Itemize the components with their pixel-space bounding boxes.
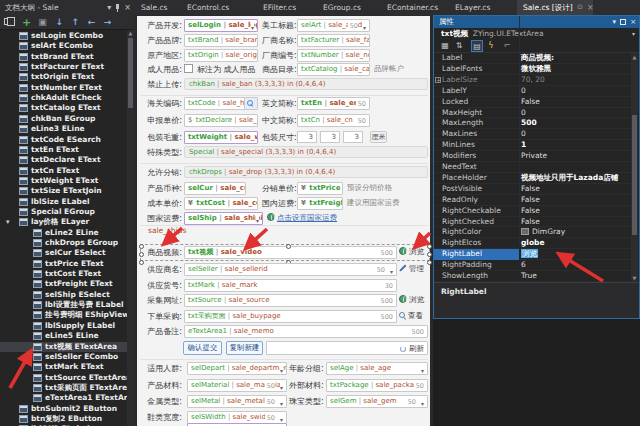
selection-handle[interactable] <box>427 260 432 265</box>
categorized-icon[interactable]: ▦ <box>439 40 451 52</box>
field-sale_swidth[interactable]: selSWidth | sale_swidth50▾ <box>187 411 287 424</box>
tab-close-icon[interactable]: × <box>587 0 594 15</box>
properties-scrollbar-thumb[interactable] <box>632 115 637 235</box>
property-row-MaxLines[interactable]: MaxLines0 <box>434 129 632 140</box>
outline-item-txtCode[interactable]: txtCode ESearch <box>0 135 127 145</box>
field-sale_hsco[interactable]: txtCode | sale_hsco <box>184 97 258 110</box>
outline-item-eLine3[interactable]: eLine3 ELine <box>0 124 127 134</box>
field-sale_artid[interactable]: selArt | sale_artid50▾ <box>297 19 370 32</box>
chevron-down-icon[interactable]: ▾ <box>632 28 635 39</box>
properties-icon[interactable]: ▤ <box>471 40 483 52</box>
outline-item-lblSupply[interactable]: lblSupply ELabel <box>0 321 127 331</box>
size-input[interactable]: 3 <box>343 131 363 143</box>
property-row-RightLabel[interactable]: RightLabel浏览 <box>434 249 632 260</box>
outline-item-lblSize[interactable]: lblSize ELabel <box>0 197 127 207</box>
property-row-RightColor[interactable]: RightColorDimGray <box>434 227 632 238</box>
outline-item-eLine2[interactable]: eLine2 ELine <box>0 228 127 238</box>
outline-item-selLogin[interactable]: selLogin ECombo <box>0 31 127 41</box>
search-button[interactable] <box>244 98 257 109</box>
outline-item-txtFacturer[interactable]: txtFacturer EText <box>0 62 127 72</box>
copy-icon[interactable] <box>4 18 10 25</box>
maximize-icon[interactable] <box>620 19 626 25</box>
property-row-NeedText[interactable]: NeedText <box>434 162 632 173</box>
outline-item-txtFreight[interactable]: txtFreight EText <box>0 279 127 289</box>
alphabetical-icon[interactable]: ⇅ <box>453 40 465 52</box>
object-selector[interactable]: txt视频 ZYing.UI.ETextArea ▾ <box>434 28 639 39</box>
chevron-down-icon[interactable]: ▾ <box>613 16 617 28</box>
outline-item-txtEn[interactable]: txtEn EText <box>0 145 127 155</box>
outline-item-btn复制2[interactable]: btn复制2 EButton <box>0 414 127 424</box>
selection-handle[interactable] <box>139 252 144 257</box>
field-sale_metal[interactable]: selMetal | sale_metal50▾ <box>187 395 287 408</box>
tab-pin-icon[interactable]: ⊙ <box>577 0 583 15</box>
property-row-RightChecked[interactable]: RightCheckedFalse <box>434 217 632 228</box>
field-sale_numb[interactable]: txtNumber | sale_numb <box>297 49 370 62</box>
field-sale_cn[interactable]: txtCn | sale_cn50 <box>297 114 370 127</box>
field-sal[interactable]: ¥ txtPrice | sal <box>297 182 343 195</box>
outline-item-chkAdult[interactable]: chkAdult ECheck <box>0 93 127 103</box>
properties-scrollbar[interactable]: ▲ ▼ <box>631 53 638 282</box>
property-row-Label[interactable]: Label商品视频: <box>434 53 632 64</box>
field-sale_cost[interactable]: ¥ txtCost | sale_cost <box>184 197 258 210</box>
adult-checkbox[interactable] <box>184 64 193 73</box>
close-icon[interactable]: × <box>124 0 131 15</box>
outline-item-txtSize[interactable]: txtSize ETextJoin <box>0 186 127 196</box>
move-down-icon[interactable]: ↓ <box>53 16 66 29</box>
property-row-LabelSize[interactable]: +LabelSize70, 20 <box>434 75 632 86</box>
outline-item-txtPrice[interactable]: txtPrice EText <box>0 259 127 269</box>
property-row-MaxLength[interactable]: MaxLength500 <box>434 118 632 129</box>
submit-button[interactable]: 确认提交 <box>183 341 222 355</box>
property-row-LabelFonts[interactable]: LabelFonts微软雅黑 <box>434 64 632 75</box>
size-input[interactable]: 3 <box>297 131 317 143</box>
frame-icon[interactable]: ▣ <box>36 16 49 29</box>
outline-item-chkDrops[interactable]: chkDrops EGroup <box>0 238 127 248</box>
field-sale_mark[interactable]: txtMark | sale_mark30 <box>184 279 397 292</box>
field-sale_decla[interactable]: $ txtDeclare | sale_decla <box>184 114 258 127</box>
field-sale_buypage[interactable]: txt采购页面 | sale_buypage500 <box>184 310 397 323</box>
property-row-PlaceHolder[interactable]: PlaceHolder视频地址只用于Lazada店铺 <box>434 173 632 184</box>
field-sale_brand[interactable]: txtBrand | sale_brand <box>184 34 258 47</box>
move-up-icon[interactable]: ↑ <box>69 16 82 29</box>
field-sale_age[interactable]: selAge | sale_age▾ <box>326 362 428 375</box>
outline-item-selSeller[interactable]: selSeller ECombo <box>0 352 127 362</box>
field-sale_factur[interactable]: txtFacturer | sale_factur <box>297 34 370 47</box>
outline-item-txtCn[interactable]: txtCn EText <box>0 166 127 176</box>
property-row-MinLines[interactable]: MinLines1 <box>434 140 632 151</box>
events-icon[interactable]: ϟ <box>485 40 497 52</box>
field-sale_en[interactable]: txtEn | sale_en50 <box>297 97 370 110</box>
outline-item-eTextArea1[interactable]: eTextArea1 ETextArea <box>0 393 127 403</box>
property-row-RightPadding[interactable]: RightPadding6 <box>434 260 632 271</box>
outline-item-txtCost[interactable]: txtCost EText <box>0 269 127 279</box>
outline-item-txtWeight[interactable]: txtWeight EText <box>0 176 127 186</box>
field-sale_package[interactable]: txtPackage | sale_package50 <box>326 379 428 392</box>
outline-scrollbar-thumb[interactable] <box>128 38 133 108</box>
scroll-up-icon[interactable]: ▲ <box>127 30 134 36</box>
refresh-button[interactable]: 刷新 <box>400 343 424 354</box>
outline-item-chkBan[interactable]: chkBan EGroup <box>0 114 127 124</box>
outline-item-selShip[interactable]: selShip ESelect <box>0 290 127 300</box>
field-sale_origin[interactable]: txtOrigin | sale_origin <box>184 49 258 62</box>
field-button-管理[interactable]: 管理 <box>399 264 424 274</box>
outline-item-txtCatalog[interactable]: txtCatalog EText <box>0 103 127 113</box>
close-icon[interactable]: × <box>630 16 636 28</box>
property-row-RightCheckable[interactable]: RightCheckableFalse <box>434 206 632 217</box>
property-row-Locked[interactable]: LockedFalse <box>434 97 632 108</box>
field-sale_gem[interactable]: selGem | sale_gem50▾ <box>326 395 428 408</box>
scroll-up-icon[interactable]: ▲ <box>631 54 638 60</box>
field-sale_cur[interactable]: selCur | sale_cur <box>184 182 246 195</box>
field-sale_catalo[interactable]: txtCatalog | sale_catalo <box>297 63 370 76</box>
property-pages-icon[interactable]: ⌐ <box>501 40 513 52</box>
outline-item-txt采购页面[interactable]: txt采购页面 ETextArea <box>0 383 127 393</box>
property-row-PostVisible[interactable]: PostVisibleFalse <box>434 184 632 195</box>
field-sale_material[interactable]: selMaterial | sale_material50▾ <box>187 379 287 392</box>
selection-handle[interactable] <box>286 244 291 249</box>
field-sale_memo[interactable]: eTextArea1 | sale_memo500 <box>184 325 428 338</box>
chevron-down-icon[interactable]: ▾ <box>107 0 111 15</box>
scroll-down-icon[interactable]: ▼ <box>631 275 638 281</box>
outline-item-selArt[interactable]: selArt ECombo <box>0 41 127 51</box>
field-button-浏览[interactable]: 浏览 <box>399 295 424 305</box>
copy-new-button[interactable]: 复制新建 <box>226 341 263 355</box>
tab-EFilter.cs[interactable]: EFilter.cs <box>263 0 296 15</box>
outline-item-lbl设置挂号费[interactable]: lbl设置挂号费 ELabel <box>0 300 127 310</box>
outline-item-btnSubmit2[interactable]: btnSubmit2 EButton <box>0 404 127 414</box>
